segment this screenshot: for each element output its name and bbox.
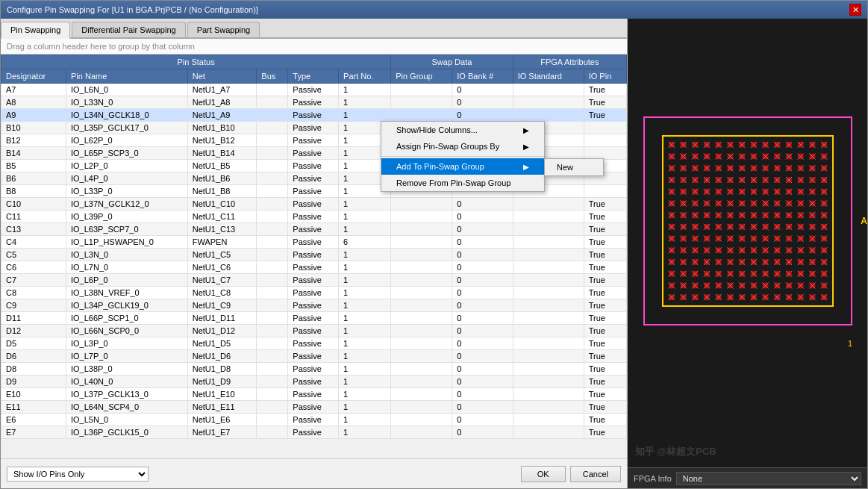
cell-5-3 (257, 147, 288, 160)
fpga-info-select[interactable]: None (676, 472, 861, 485)
cell-4-1: IO_L62P_0 (66, 134, 187, 147)
table-row[interactable]: E10IO_L37P_GCLK13_0NetU1_E10Passive10Tru… (1, 388, 627, 401)
cell-3-9 (584, 122, 626, 134)
cell-20-7: 0 (452, 337, 513, 350)
col-part-no[interactable]: Part No. (339, 69, 391, 84)
cell-17-5: 1 (339, 299, 391, 312)
cell-16-8 (513, 287, 584, 299)
table-row[interactable]: A8IO_L33N_0NetU1_A8Passive10True (1, 96, 627, 109)
col-pin-group[interactable]: Pin Group (391, 69, 452, 84)
cell-17-9: True (584, 299, 626, 312)
cell-20-1: IO_L3P_0 (66, 337, 187, 350)
cell-12-3 (257, 236, 288, 249)
cell-5-0: B14 (1, 147, 66, 160)
ok-button[interactable]: OK (521, 466, 566, 482)
fpga-info-bar: FPGA Info None (628, 467, 867, 488)
table-row[interactable]: C6IO_L7N_0NetU1_C6Passive10True (1, 261, 627, 274)
table-row[interactable]: C11IO_L39P_0NetU1_C11Passive10True (1, 211, 627, 223)
cell-18-3 (257, 312, 288, 325)
pin-table-container[interactable]: Pin Status Swap Data FPGA Attributes Des… (1, 54, 627, 458)
cell-7-2: NetU1_B6 (187, 172, 257, 185)
submenu-new[interactable]: New (545, 159, 603, 175)
right-panel: A 1 FPGA Info None 知乎 @林超文PCB (628, 19, 867, 488)
context-menu-assign[interactable]: Assign Pin-Swap Groups By ▶ (381, 138, 544, 155)
cell-26-9: True (584, 414, 626, 426)
table-row[interactable]: C7IO_L6P_0NetU1_C7Passive10True (1, 274, 627, 287)
cell-15-4: Passive (288, 274, 339, 287)
cell-1-0: A8 (1, 96, 66, 109)
table-row[interactable]: E7IO_L36P_GCLK15_0NetU1_E7Passive10True (1, 426, 627, 439)
cell-10-7: 0 (452, 211, 513, 223)
table-row[interactable]: A9IO_L34N_GCLK18_0NetU1_A9Passive10True (1, 109, 627, 122)
context-menu-show-hide[interactable]: Show/Hide Columns... ▶ (381, 122, 544, 138)
table-row[interactable]: E6IO_L5N_0NetU1_E6Passive10True (1, 414, 627, 426)
cell-13-0: C5 (1, 249, 66, 261)
tab-differential-pair[interactable]: Differential Pair Swapping (72, 22, 185, 37)
cell-25-5: 1 (339, 401, 391, 414)
cell-22-1: IO_L38P_0 (66, 363, 187, 376)
tab-pin-swapping[interactable]: Pin Swapping (1, 22, 70, 39)
cell-21-0: D6 (1, 350, 66, 363)
col-pin-name[interactable]: Pin Name (66, 69, 187, 84)
bottom-bar: Show I/O Pins Only Show VO Pins Only Sho… (1, 458, 627, 488)
cell-27-9: True (584, 426, 626, 439)
cell-16-9: True (584, 287, 626, 299)
cell-9-8 (513, 198, 584, 211)
cell-21-6 (391, 350, 452, 363)
context-menu-add-group[interactable]: Add To Pin-Swap Group ▶ New (381, 158, 544, 175)
col-io-bank[interactable]: IO Bank # (452, 69, 513, 84)
cell-0-1: IO_L6N_0 (66, 84, 187, 96)
cell-26-4: Passive (288, 414, 339, 426)
cell-16-6 (391, 287, 452, 299)
tabs-bar: Pin Swapping Differential Pair Swapping … (1, 19, 627, 39)
cell-12-9: True (584, 236, 626, 249)
cancel-button[interactable]: Cancel (570, 466, 621, 482)
filter-dropdown-wrapper: Show I/O Pins Only Show VO Pins Only Sho… (7, 467, 149, 482)
cell-20-3 (257, 337, 288, 350)
cell-6-2: NetU1_B5 (187, 160, 257, 172)
table-row[interactable]: C10IO_L37N_GCLK12_0NetU1_C10Passive10Tru… (1, 198, 627, 211)
cell-18-7: 0 (452, 312, 513, 325)
cell-15-6 (391, 274, 452, 287)
table-row[interactable]: E11IO_L64N_SCP4_0NetU1_E11Passive10True (1, 401, 627, 414)
col-bus[interactable]: Bus (257, 69, 288, 84)
table-row[interactable]: A7IO_L6N_0NetU1_A7Passive10True (1, 84, 627, 96)
cell-6-4: Passive (288, 160, 339, 172)
col-net[interactable]: Net (187, 69, 257, 84)
submenu-arrow-2: ▶ (523, 163, 529, 171)
filter-dropdown[interactable]: Show I/O Pins Only Show VO Pins Only Sho… (7, 467, 149, 482)
table-row[interactable]: D9IO_L40N_0NetU1_D9Passive10True (1, 376, 627, 388)
cell-17-0: C9 (1, 299, 66, 312)
table-row[interactable]: D11IO_L66P_SCP1_0NetU1_D11Passive10True (1, 312, 627, 325)
cell-1-2: NetU1_A8 (187, 96, 257, 109)
cell-17-2: NetU1_C9 (187, 299, 257, 312)
cell-8-1: IO_L33P_0 (66, 185, 187, 198)
col-type[interactable]: Type (288, 69, 339, 84)
cell-22-3 (257, 363, 288, 376)
context-menu-remove-group[interactable]: Remove From Pin-Swap Group (381, 175, 544, 191)
col-io-pin[interactable]: IO Pin (584, 69, 626, 84)
cell-1-9: True (584, 96, 626, 109)
col-designator[interactable]: Designator (1, 69, 66, 84)
col-io-standard[interactable]: IO Standard (513, 69, 584, 84)
table-row[interactable]: D5IO_L3P_0NetU1_D5Passive10True (1, 337, 627, 350)
cell-19-5: 1 (339, 325, 391, 337)
cell-21-3 (257, 350, 288, 363)
table-row[interactable]: D8IO_L38P_0NetU1_D8Passive10True (1, 363, 627, 376)
table-row[interactable]: D12IO_L66N_SCP0_0NetU1_D12Passive10True (1, 325, 627, 337)
table-row[interactable]: C13IO_L63P_SCP7_0NetU1_C13Passive10True (1, 223, 627, 236)
cell-11-6 (391, 223, 452, 236)
cell-3-3 (257, 122, 288, 134)
cell-27-8 (513, 426, 584, 439)
table-row[interactable]: C8IO_L38N_VREF_0NetU1_C8Passive10True (1, 287, 627, 299)
cell-17-8 (513, 299, 584, 312)
cell-0-5: 1 (339, 84, 391, 96)
table-row[interactable]: C4IO_L1P_HSWAPEN_0FWAPENPassive60True (1, 236, 627, 249)
cell-14-6 (391, 261, 452, 274)
table-row[interactable]: D6IO_L7P_0NetU1_D6Passive10True (1, 350, 627, 363)
cell-26-8 (513, 414, 584, 426)
close-button[interactable]: ✕ (849, 4, 861, 16)
tab-part-swapping[interactable]: Part Swapping (187, 22, 260, 37)
table-row[interactable]: C5IO_L3N_0NetU1_C5Passive10True (1, 249, 627, 261)
table-row[interactable]: C9IO_L34P_GCLK19_0NetU1_C9Passive10True (1, 299, 627, 312)
